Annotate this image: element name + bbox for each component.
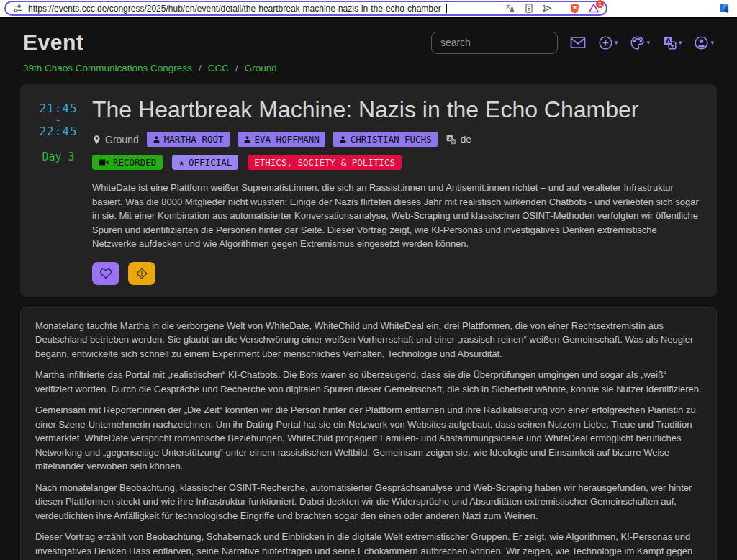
event-card: 21:45 - 22:45 Day 3 The Heartbreak Machi… (20, 84, 717, 297)
mail-button[interactable] (570, 36, 586, 49)
breadcrumb-congress[interactable]: 39th Chaos Communications Congress (23, 63, 192, 73)
start-time: 21:45 (35, 101, 82, 116)
video-camera-icon (99, 158, 109, 166)
breadcrumb-separator: / (199, 63, 202, 73)
description-paragraph: Gemeinsam mit Reporter:innen der „Die Ze… (35, 403, 702, 474)
room-label: Ground (105, 134, 139, 145)
address-bar[interactable]: https://events.ccc.de/congress/2025/hub/… (4, 1, 607, 16)
page-title: Event (23, 30, 83, 55)
description-paragraph: Martha infiltrierte das Portal mit „real… (35, 368, 702, 396)
person-icon (243, 135, 251, 143)
translate-page-icon[interactable]: 文 A (505, 3, 516, 14)
speaker-chip[interactable]: EVA HOFFMANN (238, 132, 325, 147)
url-input[interactable]: https://events.ccc.de/congress/2025/hub/… (28, 4, 441, 14)
speaker-name: CHRISTIAN FUCHS (351, 134, 432, 145)
badge-label: RECORDED (113, 157, 156, 168)
event-day: Day 3 (35, 150, 82, 163)
event-room: Ground (92, 134, 139, 145)
breadcrumb-separator: / (235, 63, 238, 73)
badge-label: ETHICS, SOCIETY & POLITICS (254, 157, 395, 168)
text-cursor (446, 4, 447, 13)
translate-icon: A (662, 35, 677, 50)
theme-menu-button[interactable]: ▾ (630, 35, 650, 50)
chevron-down-icon: ▾ (679, 40, 682, 46)
site-settings-icon[interactable] (12, 3, 23, 14)
event-main-column: The Heartbreak Machine: Nazis in the Ech… (92, 96, 702, 285)
official-badge: ★ OFFICIAL (172, 155, 238, 170)
person-circle-icon (694, 35, 709, 50)
mail-icon (570, 36, 586, 49)
speaker-name: MARTHA ROOT (164, 134, 224, 145)
event-abstract: WhiteDate ist eine Plattform weißer Supr… (92, 181, 702, 251)
chevron-down-icon: ▾ (710, 40, 714, 46)
description-paragraph: Monatelang tauchte Martha in die verborg… (35, 319, 702, 361)
translate-icon: A (446, 134, 457, 145)
toolbar-divider (561, 4, 561, 14)
extension-icon[interactable] (719, 3, 730, 14)
page-header: Event ▾ (23, 30, 714, 55)
language-label: de (461, 134, 471, 145)
person-icon (339, 135, 347, 143)
create-menu-button[interactable]: ▾ (598, 35, 618, 50)
chevron-down-icon: ▾ (615, 40, 618, 46)
search-input[interactable] (431, 32, 558, 54)
person-icon (153, 135, 160, 143)
event-badges-row: RECORDED ★ OFFICIAL ETHICS, SOCIETY & PO… (92, 155, 702, 170)
plus-circle-icon (598, 35, 613, 50)
star-icon: ★ (178, 158, 184, 167)
map-pin-icon (92, 134, 101, 145)
shield-icon[interactable] (569, 3, 580, 14)
diamond-exclamation-icon (135, 267, 148, 280)
header-controls: ▾ ▾ A (431, 32, 714, 54)
recorded-badge: RECORDED (92, 155, 163, 170)
reader-mode-icon[interactable] (524, 3, 534, 14)
speaker-name: EVA HOFFMANN (255, 134, 320, 145)
browser-toolbar: https://events.ccc.de/congress/2025/hub/… (0, 0, 737, 19)
breadcrumb-ccc[interactable]: CCC (208, 63, 229, 73)
event-meta-row: Ground MARTHA ROOT EVA HOFFMANN CHRISTIA… (92, 132, 702, 147)
favorite-button[interactable] (92, 262, 119, 285)
account-menu-button[interactable]: ▾ (694, 35, 714, 50)
heart-icon (99, 267, 112, 279)
speaker-chip[interactable]: MARTHA ROOT (147, 132, 230, 147)
send-tab-icon[interactable] (542, 3, 553, 14)
breadcrumb-ground[interactable]: Ground (245, 63, 277, 73)
speaker-chip[interactable]: CHRISTIAN FUCHS (333, 132, 438, 147)
event-actions (92, 262, 702, 285)
badge-label: OFFICIAL (189, 157, 232, 168)
report-button[interactable] (128, 262, 155, 285)
end-time: 22:45 (35, 125, 82, 139)
description-card: Monatelang tauchte Martha in die verborg… (20, 307, 717, 560)
palette-icon (630, 35, 645, 50)
event-language: A de (446, 134, 471, 145)
notification-badge: 1 (596, 0, 604, 8)
alert-extension-icon[interactable]: 1 (588, 3, 600, 14)
description-paragraph: Nach monatelanger Beobachtung, klassisch… (35, 481, 702, 523)
event-title: The Heartbreak Machine: Nazis in the Ech… (92, 96, 668, 124)
track-badge[interactable]: ETHICS, SOCIETY & POLITICS (248, 155, 402, 170)
description-paragraph: Dieser Vortrag erzählt von Beobachtung, … (35, 530, 702, 560)
svg-text:A: A (510, 6, 515, 14)
event-time-column: 21:45 - 22:45 Day 3 (35, 96, 82, 285)
language-menu-button[interactable]: A ▾ (662, 35, 682, 50)
chevron-down-icon: ▾ (646, 40, 650, 46)
breadcrumb: 39th Chaos Communications Congress / CCC… (23, 63, 714, 73)
time-separator: - (35, 116, 82, 125)
